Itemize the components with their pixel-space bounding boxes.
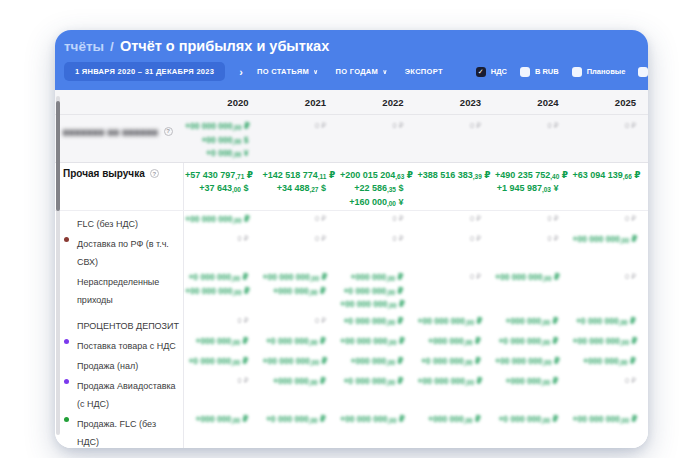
table-row[interactable]: ПРОЦЕНТОВ ДЕПОЗИТ0 ₽0 ₽+0 000 000,00 ₽+0… bbox=[55, 313, 648, 333]
revenue-value: +142 518 774,11 ₽ bbox=[263, 169, 327, 183]
value-cell: +0 000 000,00 ₽ bbox=[571, 314, 649, 330]
value-cell: 0 ₽ bbox=[416, 119, 494, 134]
menu-export-label: ЭКСПОРТ bbox=[405, 67, 443, 76]
checkbox-vat[interactable]: ✓ НДС bbox=[476, 67, 507, 77]
table-body: ▆▆▆▆▆▆▆ ▆▆ ▆▆▆▆▆▆?+00 000 000,00 ₽+00 00… bbox=[55, 115, 648, 448]
menu-export[interactable]: ЭКСПОРТ bbox=[405, 67, 443, 76]
decimal-digits: ,00 bbox=[543, 359, 552, 366]
breadcrumb: тчёты / Отчёт о прибылях и убытках bbox=[64, 38, 636, 54]
menu-by-items-label: ПО СТАТЬЯМ bbox=[257, 67, 309, 76]
masked-value: +000 000,00 ₽ bbox=[185, 413, 249, 427]
breadcrumb-reports-link[interactable]: тчёты bbox=[64, 39, 104, 54]
empty-value: 0 ₽ bbox=[418, 213, 482, 226]
decimal-digits: ,00 bbox=[309, 289, 318, 296]
decimal-digits: ,00 bbox=[619, 319, 628, 326]
masked-value: +00 000 000,00 ₽ bbox=[263, 271, 327, 285]
year-column-header: 2023 bbox=[416, 97, 494, 108]
decimal-digits: ,00 bbox=[233, 217, 242, 224]
empty-value: 0 ₽ bbox=[495, 213, 559, 226]
row-label-text: FLC (без НДС) bbox=[77, 219, 138, 229]
row-label-text: Продажа (нал) bbox=[77, 361, 138, 371]
report-table: 202020212022202320242025 ▆▆▆▆▆▆▆ ▆▆ ▆▆▆▆… bbox=[55, 90, 648, 448]
empty-value: 0 ₽ bbox=[263, 233, 327, 246]
checkbox-unchecked-icon: ✓ bbox=[572, 67, 582, 77]
decimal-digits: ,00 bbox=[232, 138, 241, 145]
empty-value: 0 ₽ bbox=[573, 271, 637, 284]
table-row-redacted[interactable]: ▆▆▆▆▆▆▆ ▆▆ ▆▆▆▆▆▆?+00 000 000,00 ₽+00 00… bbox=[55, 115, 648, 163]
table-row[interactable]: Нераспределенные приходы+0 000 000,00 ₽+… bbox=[55, 269, 648, 313]
value-cell: +490 235 752,40 ₽+1 945 987,03 ¥ bbox=[493, 168, 571, 197]
info-icon[interactable]: ? bbox=[150, 169, 159, 178]
decimal-digits: ,03 bbox=[542, 186, 551, 193]
row-label: Прочая выручка? bbox=[55, 168, 183, 179]
row-label: ▆▆▆▆▆▆▆ ▆▆ ▆▆▆▆▆▆? bbox=[55, 119, 183, 138]
date-next-chevron-icon[interactable]: › bbox=[239, 66, 243, 78]
table-row[interactable]: Продажа (нал)+0 000 000,00 ₽+00 000 000,… bbox=[55, 353, 648, 373]
masked-value: +000 000,00 ₽ bbox=[573, 355, 637, 369]
decimal-digits: ,40 bbox=[550, 173, 559, 180]
info-icon[interactable]: ? bbox=[164, 127, 173, 136]
decimal-digits: ,00 bbox=[231, 417, 240, 424]
empty-value: 0 ₽ bbox=[185, 233, 249, 246]
decimal-digits: ,00 bbox=[541, 319, 550, 326]
table-row-other-revenue[interactable]: Прочая выручка?+57 430 797,71 ₽+37 643,0… bbox=[55, 163, 648, 212]
checkbox-planned[interactable]: ✓ Плановые bbox=[572, 67, 626, 77]
row-label: Продажа Авиадоставка (с НДС) bbox=[55, 374, 183, 411]
table-row[interactable]: FLC (без НДС)+00 000 000,00 ₽0 ₽0 ₽0 ₽0 … bbox=[55, 211, 648, 231]
page-title: Отчёт о прибылях и убытках bbox=[120, 38, 329, 54]
menu-by-years[interactable]: ПО ГОДАМ ∨ bbox=[336, 67, 388, 76]
value-cell: 0 ₽ bbox=[338, 212, 416, 227]
checkbox-todays-rate[interactable]: ✓ Курс на сегодня bbox=[638, 67, 648, 77]
masked-value: +00 000 000,00 ₽ bbox=[340, 335, 404, 349]
value-cell: +0 000 000,00 ₽ bbox=[493, 412, 571, 428]
revenue-value: +57 430 797,71 ₽ bbox=[185, 169, 249, 183]
decimal-digits: ,00 bbox=[464, 417, 473, 424]
menu-by-items[interactable]: ПО СТАТЬЯМ ∨ bbox=[257, 67, 319, 76]
masked-value: +000 000,00 ₽ bbox=[495, 315, 559, 329]
empty-value: 0 ₽ bbox=[573, 213, 637, 226]
table-row[interactable]: Продажа. FLC (без НДС)+000 000,00 ₽+0 00… bbox=[55, 411, 648, 449]
value-cell: 0 ₽ bbox=[183, 232, 261, 247]
date-range-button[interactable]: 1 ЯНВАРЯ 2020 – 31 ДЕКАБРЯ 2023 bbox=[64, 62, 225, 81]
masked-value: +00 000 000,00 ₽ bbox=[340, 298, 404, 312]
value-cell: +0 000 000,00 ₽+00 000 000,00 ₽ bbox=[183, 270, 261, 299]
masked-value: +00 000 000,00 ₽ bbox=[418, 315, 482, 329]
breadcrumb-separator: / bbox=[110, 39, 114, 54]
masked-value: +0 000 000,00 ₽ bbox=[340, 285, 404, 299]
empty-value: 0 ₽ bbox=[340, 233, 404, 246]
decimal-digits: ,00 bbox=[310, 359, 319, 366]
decimal-digits: ,00 bbox=[464, 359, 473, 366]
masked-value: +0 000 000,00 ₽ bbox=[495, 413, 559, 427]
series-bullet-icon bbox=[64, 237, 69, 242]
empty-value: 0 ₽ bbox=[263, 213, 327, 226]
value-cell: +0 000 000,00 ₽ bbox=[338, 314, 416, 330]
decimal-digits: ,39 bbox=[473, 173, 482, 180]
value-cell: 0 ₽ bbox=[183, 374, 261, 389]
value-cell: 0 ₽ bbox=[261, 119, 339, 134]
value-cell: +00 000 000,00 ₽ bbox=[338, 412, 416, 428]
masked-value: +0 000 000,00 ₽ bbox=[340, 315, 404, 329]
masked-value: +000 000,00 ₽ bbox=[340, 355, 404, 369]
table-row[interactable]: Продажа Авиадоставка (с НДС)0 ₽+000 000,… bbox=[55, 373, 648, 411]
masked-value: +000 000,00 ₽ bbox=[495, 375, 559, 389]
masked-value: +000 000,00 ₽ bbox=[185, 335, 249, 349]
table-row[interactable]: Поставка товара с НДС+000 000,00 ₽+0 000… bbox=[55, 333, 648, 353]
value-cell: 0 ₽ bbox=[261, 232, 339, 247]
value-cell: +000 000,00 ₽ bbox=[571, 354, 649, 370]
decimal-digits: ,00 bbox=[386, 319, 395, 326]
decimal-digits: ,00 bbox=[310, 275, 319, 282]
masked-value: +00 000 000,00 ₽ bbox=[495, 271, 559, 285]
value-cell: +388 516 383,39 ₽ bbox=[416, 168, 494, 184]
decimal-digits: ,00 bbox=[388, 417, 397, 424]
checkbox-in-rub[interactable]: ✓ В RUB bbox=[520, 67, 559, 77]
checkbox-vat-label: НДС bbox=[491, 67, 507, 76]
decimal-digits: ,35 bbox=[387, 186, 396, 193]
decimal-digits: ,00 bbox=[386, 359, 395, 366]
table-row[interactable]: Доставка по РФ (в т.ч. СВХ)0 ₽0 ₽0 ₽0 ₽0… bbox=[55, 231, 648, 269]
value-cell: 0 ₽ bbox=[416, 232, 494, 247]
decimal-digits: ,00 bbox=[388, 302, 397, 309]
empty-value: 0 ₽ bbox=[185, 315, 249, 328]
scrollbar-thumb[interactable] bbox=[56, 101, 60, 211]
row-label: FLC (без НДС) bbox=[55, 212, 183, 231]
value-cell: 0 ₽ bbox=[571, 212, 649, 227]
